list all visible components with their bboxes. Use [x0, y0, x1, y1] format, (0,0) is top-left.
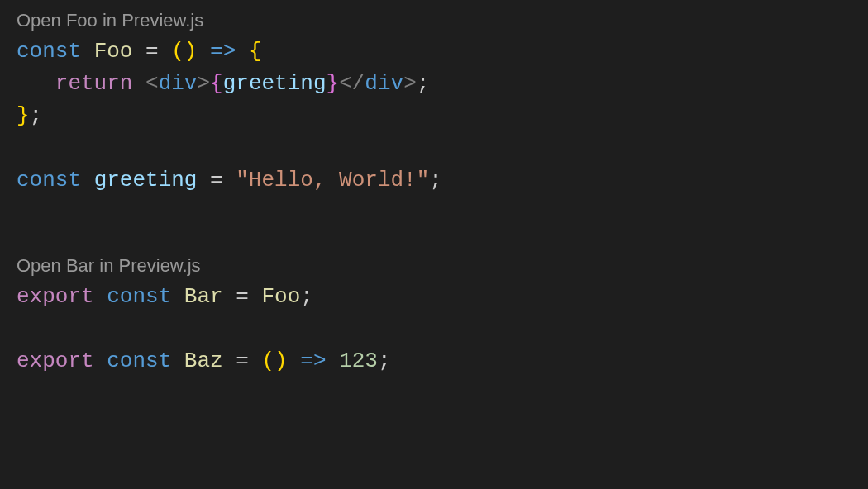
- equals: =: [223, 349, 262, 373]
- gap: [17, 229, 851, 252]
- blank-line-1[interactable]: [17, 132, 851, 164]
- tag-lt: <: [145, 71, 159, 96]
- semicolon: ;: [417, 71, 430, 96]
- equals: =: [197, 168, 236, 192]
- keyword-const: const: [107, 349, 171, 373]
- number-literal: 123: [339, 349, 378, 373]
- identifier-baz: Baz: [184, 349, 223, 373]
- keyword-export: export: [17, 284, 94, 309]
- paren-open: (: [171, 39, 184, 64]
- paren-close: ): [184, 39, 198, 64]
- code-line-9[interactable]: export const Baz = () => 123;: [17, 345, 851, 377]
- equals: =: [132, 39, 171, 64]
- tag-gt: >: [197, 71, 210, 96]
- paren-close: ): [274, 349, 288, 373]
- equals: =: [223, 284, 262, 309]
- arrow: =>: [210, 39, 236, 64]
- blank-line-2[interactable]: [17, 197, 851, 229]
- jsx-brace-open: {: [210, 71, 223, 96]
- keyword-return: return: [55, 71, 133, 96]
- keyword-const: const: [17, 39, 81, 64]
- identifier-greeting-decl: greeting: [94, 168, 198, 192]
- semicolon: ;: [378, 349, 391, 373]
- identifier-foo-ref: Foo: [261, 284, 300, 309]
- tag-div-close: div: [365, 71, 403, 96]
- paren-open: (: [261, 349, 274, 373]
- identifier-foo: Foo: [94, 39, 133, 64]
- brace-close: }: [17, 103, 30, 128]
- brace-open: {: [249, 39, 262, 64]
- keyword-const: const: [17, 168, 81, 192]
- codelens-open-foo[interactable]: Open Foo in Preview.js: [17, 7, 851, 34]
- semicolon: ;: [429, 168, 442, 192]
- code-line-5[interactable]: const greeting = "Hello, World!";: [17, 164, 851, 197]
- jsx-brace-close: }: [327, 71, 340, 96]
- blank-line-3[interactable]: [17, 313, 851, 345]
- keyword-const: const: [107, 284, 171, 309]
- semicolon: ;: [30, 103, 43, 128]
- code-line-7[interactable]: export const Bar = Foo;: [17, 281, 851, 313]
- semicolon: ;: [300, 284, 313, 309]
- string-literal: "Hello, World!": [236, 168, 429, 192]
- tag-gt-close: >: [403, 71, 417, 96]
- code-line-2[interactable]: return <div>{greeting}</div>;: [17, 68, 851, 100]
- tag-ltslash: </: [339, 71, 365, 96]
- code-line-3[interactable]: };: [17, 100, 851, 132]
- indent: [17, 71, 55, 96]
- identifier-greeting: greeting: [223, 71, 327, 96]
- code-line-1[interactable]: const Foo = () => {: [17, 36, 851, 68]
- identifier-bar: Bar: [184, 284, 223, 309]
- tag-div: div: [159, 71, 198, 96]
- keyword-export: export: [17, 349, 94, 373]
- indent-guide: [17, 69, 17, 94]
- arrow: =>: [300, 349, 326, 373]
- codelens-open-bar[interactable]: Open Bar in Preview.js: [17, 252, 851, 279]
